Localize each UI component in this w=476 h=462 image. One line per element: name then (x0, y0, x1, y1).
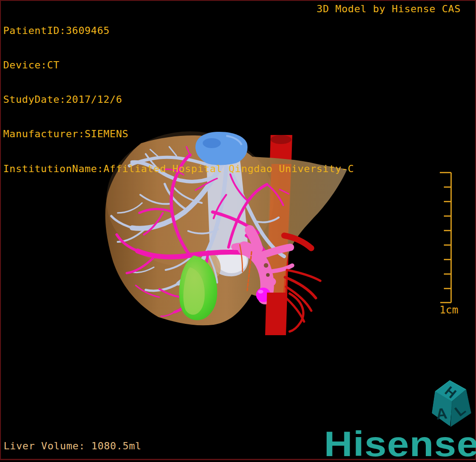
cube-letter-left: A (435, 404, 448, 423)
aorta-lower-trunk (266, 293, 285, 335)
manufacturer-line: Manufacturer:SIEMENS (3, 128, 354, 140)
portal-trunk-hole (266, 273, 270, 277)
tumor-highlight (258, 290, 263, 294)
liver-volume-readout: Liver Volume: 1080.5ml (4, 440, 142, 452)
orientation-cube[interactable]: H A L (421, 375, 476, 432)
institution-line: InstitutionName:Affiliated Hospital Qing… (3, 163, 354, 174)
study-date-line: StudyDate:2017/12/6 (3, 94, 354, 105)
aorta-branch (285, 277, 316, 298)
aorta-branch (284, 296, 304, 322)
device-line: Device:CT (3, 59, 354, 71)
watermark-title: 3D Model by Hisense CAS (317, 3, 461, 14)
patient-id-line: PatientID:3609465 (3, 25, 354, 36)
portal-trunk-knob (268, 278, 276, 286)
scale-label: 1cm (439, 304, 458, 316)
hisense-logo: Hisense (324, 426, 476, 462)
patient-info-overlay: PatientID:3609465 Device:CT StudyDate:20… (3, 2, 354, 186)
portal-trunk-hole (264, 263, 268, 268)
scale-bar: 1cm (425, 163, 475, 326)
